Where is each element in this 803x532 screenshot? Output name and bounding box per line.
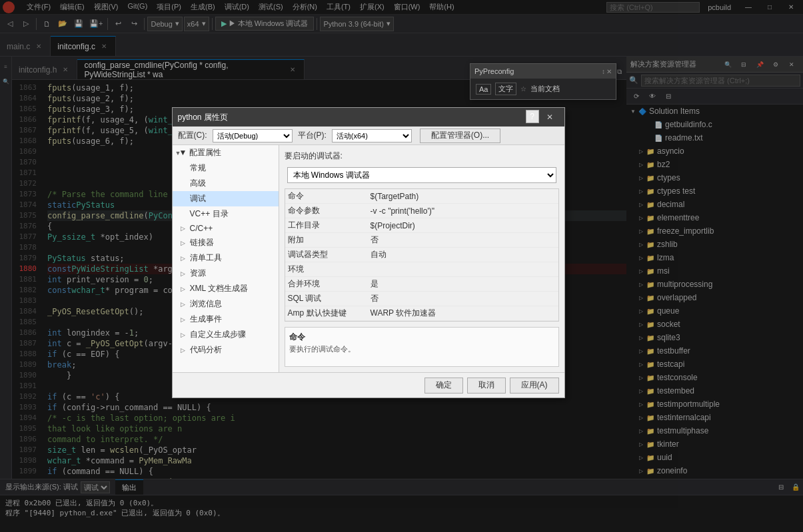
tree-label: 链接器: [190, 237, 214, 248]
close-panel-icon[interactable]: ✕: [606, 68, 612, 75]
prop-label: SQL 调试: [285, 293, 365, 304]
prop-label: Amp 默认快捷键: [285, 308, 365, 319]
text-icon[interactable]: 文字: [495, 83, 516, 95]
tree-label: C/C++: [190, 224, 213, 233]
arrow-icon: ▷: [181, 301, 187, 308]
pypreconfig-actions: ↕ ✕: [602, 68, 612, 75]
dialog-title-actions: ? ✕: [526, 110, 559, 125]
props-table: 命令 $(TargetPath) 命令参数 -v -c "print('hell…: [285, 188, 559, 322]
prop-value[interactable]: 是: [365, 278, 558, 290]
prop-merge-env: 合并环境 是: [285, 277, 558, 292]
prop-label: 命令: [285, 190, 365, 202]
dialog-close-button[interactable]: ✕: [540, 110, 559, 125]
tree-label: XML 文档生成器: [190, 283, 249, 294]
pypreconfig-panel: PyPreconfig ↕ ✕ Aa 文字 ☆ 当前文档: [470, 63, 616, 100]
tree-custom-build[interactable]: ▷ 自定义生成步骤: [173, 327, 279, 342]
arrow-icon: ▷: [181, 255, 187, 262]
tree-label: 自定义生成步骤: [190, 329, 246, 340]
tree-code-analysis[interactable]: ▷ 代码分析: [173, 342, 279, 358]
prop-args: 命令参数 -v -c "print('hello')": [285, 204, 558, 218]
tree-debug[interactable]: 调试: [173, 191, 279, 206]
config-select[interactable]: 活动(Debug): [213, 129, 293, 142]
prop-value[interactable]: -v -c "print('hello')": [365, 206, 558, 216]
platform-select[interactable]: 活动(x64): [332, 129, 412, 142]
config-label: 配置(C):: [178, 130, 207, 141]
tree-label: 调试: [190, 193, 206, 204]
arrow-icon: ▷: [181, 270, 187, 277]
expand-icon[interactable]: ↕: [602, 68, 605, 75]
tree-label: VC++ 目录: [190, 208, 229, 220]
ok-button[interactable]: 确定: [424, 378, 463, 394]
dialog-config-bar: 配置(C): 活动(Debug) 平台(P): 活动(x64) 配置管理器(O)…: [173, 127, 564, 145]
arrow-icon: ▷: [181, 316, 187, 323]
dialog-properties: 要启动的调试器: 本地 Windows 调试器 命令 $(TargetPath)…: [279, 145, 564, 372]
tree-manifest-tool[interactable]: ▷ 清单工具: [173, 250, 279, 266]
tree-label: 资源: [190, 268, 206, 279]
current-doc-label: 当前文档: [530, 84, 560, 94]
tree-vc-dirs[interactable]: VC++ 目录: [173, 206, 279, 222]
python-properties-dialog: python 属性页 ? ✕ 配置(C): 活动(Debug) 平台(P): 活…: [172, 107, 565, 398]
cancel-button[interactable]: 取消: [467, 378, 506, 394]
pypreconfig-content: Aa 文字 ☆ 当前文档: [470, 79, 616, 99]
prop-description-text: 要执行的调试命令。: [289, 344, 554, 354]
prop-amp: Amp 默认快捷键 WARP 软件加速器: [285, 306, 558, 321]
dialog-title: python 属性页: [178, 112, 228, 123]
tree-config-props[interactable]: ▼ ▼ 配置属性: [173, 145, 279, 160]
arrow-icon: ▷: [181, 332, 187, 338]
tree-label: 代码分析: [190, 344, 222, 356]
tree-linker[interactable]: ▷ 链接器: [173, 235, 279, 250]
tree-cpp[interactable]: ▷ C/C++: [173, 222, 279, 235]
tree-xml-doc[interactable]: ▷ XML 文档生成器: [173, 281, 279, 296]
prop-attach: 附加 否: [285, 233, 558, 248]
tree-label: 常规: [190, 162, 206, 174]
arrow-icon: ▷: [181, 240, 187, 246]
prop-value[interactable]: 否: [365, 234, 558, 246]
tree-label: 清单工具: [190, 252, 222, 264]
apply-button[interactable]: 应用(A): [510, 378, 559, 394]
prop-value[interactable]: 否: [365, 293, 558, 304]
arrow-icon: ▷: [181, 347, 187, 354]
dialog-title-bar: python 属性页 ? ✕: [173, 108, 564, 127]
tree-label: 浏览信息: [190, 298, 222, 310]
tree-label: 生成事件: [190, 314, 222, 325]
prop-workdir: 工作目录 $(ProjectDir): [285, 218, 558, 233]
tree-label: ▼ 配置属性: [179, 147, 221, 158]
prop-label: 环境: [285, 264, 365, 275]
pypreconfig-title: PyPreconfig: [474, 67, 514, 75]
prop-sql-debug: SQL 调试 否: [285, 292, 558, 306]
dialog-tree: ▼ ▼ 配置属性 常规 高级 调试 VC++ 目录: [173, 145, 279, 372]
prop-value[interactable]: $(ProjectDir): [365, 221, 558, 230]
tree-advanced[interactable]: 高级: [173, 176, 279, 191]
debugger-section-label: 要启动的调试器:: [285, 150, 559, 162]
prop-debugger-type: 调试器类型 自动: [285, 248, 558, 262]
font-icon[interactable]: Aa: [476, 84, 491, 95]
prop-description-box: 命令 要执行的调试命令。: [285, 327, 559, 367]
tree-general[interactable]: 常规: [173, 160, 279, 176]
prop-label: 附加: [285, 234, 365, 246]
dialog-footer: 确定 取消 应用(A): [173, 372, 564, 398]
tree-label: 高级: [190, 178, 206, 189]
tree-browse-info[interactable]: ▷ 浏览信息: [173, 296, 279, 312]
prop-value[interactable]: 自动: [365, 249, 558, 260]
prop-label: 合并环境: [285, 278, 365, 290]
platform-label: 平台(P):: [298, 130, 327, 141]
prop-value[interactable]: WARP 软件加速器: [365, 308, 558, 319]
config-manager-button[interactable]: 配置管理器(O)...: [420, 129, 500, 143]
dialog-overlay: PyPreconfig ↕ ✕ Aa 文字 ☆ 当前文档 python 属性页 …: [0, 0, 803, 532]
pypreconfig-title-bar: PyPreconfig ↕ ✕: [470, 64, 616, 79]
tree-build-events[interactable]: ▷ 生成事件: [173, 312, 279, 327]
prop-label: 调试器类型: [285, 249, 365, 260]
star-icon[interactable]: ☆: [520, 85, 526, 93]
prop-value[interactable]: $(TargetPath): [365, 192, 558, 201]
prop-label: 工作目录: [285, 220, 365, 231]
dialog-help-button[interactable]: ?: [526, 110, 539, 123]
debugger-select[interactable]: 本地 Windows 调试器: [287, 167, 556, 183]
arrow-icon: ▷: [181, 225, 187, 232]
dialog-body: ▼ ▼ 配置属性 常规 高级 调试 VC++ 目录: [173, 145, 564, 372]
prop-env: 环境: [285, 262, 558, 277]
prop-command: 命令 $(TargetPath): [285, 189, 558, 204]
prop-description-title: 命令: [289, 332, 554, 343]
tree-resources[interactable]: ▷ 资源: [173, 266, 279, 281]
prop-label: 命令参数: [285, 205, 365, 216]
arrow-icon: ▷: [181, 286, 187, 292]
